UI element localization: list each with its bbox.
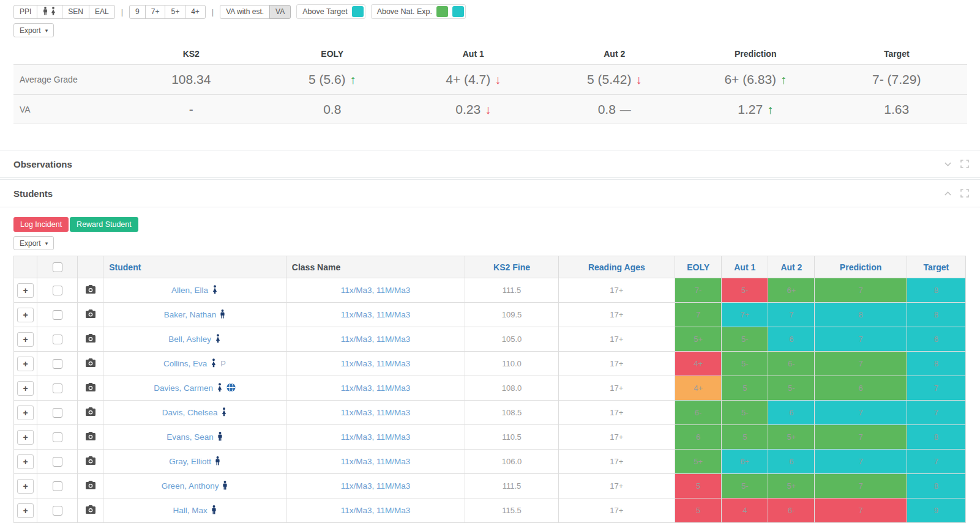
camera-icon[interactable] [86,358,95,367]
select-all-checkbox[interactable] [53,262,62,272]
table-row: +Bell, Ashley11x/Ma3, 11M/Ma3105.017+5+5… [14,327,966,352]
chevron-up-icon[interactable] [943,189,952,198]
class-name-link[interactable]: 11x/Ma3, 11M/Ma3 [341,335,411,344]
student-name-wrap: Allen, Ella [171,285,218,296]
column-header-aut1[interactable]: Aut 1 [722,256,768,278]
row-checkbox[interactable] [53,383,62,393]
class-name-link[interactable]: 11x/Ma3, 11M/Ma3 [341,506,411,515]
class-name-link[interactable]: 11x/Ma3, 11M/Ma3 [341,383,411,393]
grade-filter-9-button[interactable]: 9 [129,5,146,19]
row-checkbox[interactable] [53,408,62,418]
class-name-link[interactable]: 11x/Ma3, 11M/Ma3 [341,457,411,466]
grade-cell: 7 [815,425,907,450]
table-row: +Evans, Sean11x/Ma3, 11M/Ma3110.517+655+… [14,425,966,450]
camera-icon[interactable] [86,407,95,416]
column-header-student[interactable]: Student [103,256,286,278]
camera-icon[interactable] [86,285,95,294]
student-name-link[interactable]: Green, Anthony [162,481,219,491]
male-icon [220,309,225,320]
eal-filter-button[interactable]: EAL [89,5,115,19]
log-incident-button[interactable]: Log Incident [13,217,69,232]
expand-row-button[interactable]: + [17,357,34,371]
summary-header-aut2: Aut 2 [544,49,686,59]
row-checkbox[interactable] [53,310,62,320]
grade-cell: 6 [675,425,722,450]
va-toggle-group: VA with est. VA [220,5,291,19]
column-header-prediction[interactable]: Prediction [815,256,907,278]
student-name-link[interactable]: Bell, Ashley [168,335,211,344]
gender-filter-button[interactable] [37,5,62,19]
student-name-link[interactable]: Collins, Eva [163,359,207,368]
expand-row-button[interactable]: + [17,503,34,518]
expand-row-button[interactable]: + [17,430,34,445]
expand-row-button[interactable]: + [17,381,34,396]
camera-icon[interactable] [86,309,95,318]
grade-filter-5plus-button[interactable]: 5+ [165,5,185,19]
class-name-link[interactable]: 11x/Ma3, 11M/Ma3 [341,359,411,368]
expander-cell: + [14,498,37,523]
grade-cell: 5 [675,498,722,523]
column-header-target[interactable]: Target [907,256,965,278]
photo-cell [78,498,103,523]
camera-icon[interactable] [86,456,95,465]
student-name-link[interactable]: Davis, Chelsea [162,408,218,417]
column-header-ks2-fine[interactable]: KS2 Fine [465,256,558,278]
column-header-class-name[interactable]: Class Name [286,256,465,278]
summary-export-button[interactable]: Export▾ [13,23,54,37]
class-name-link[interactable]: 11x/Ma3, 11M/Ma3 [341,286,411,295]
observations-title: Observations [13,159,72,169]
row-checkbox[interactable] [53,335,62,344]
camera-icon[interactable] [86,481,95,489]
class-name-link[interactable]: 11x/Ma3, 11M/Ma3 [341,481,411,491]
camera-icon[interactable] [86,505,95,514]
expand-icon[interactable] [960,189,969,198]
expand-row-button[interactable]: + [17,454,34,469]
camera-icon[interactable] [86,383,95,391]
checkbox-cell [37,327,78,352]
expander-cell: + [14,401,37,425]
row-checkbox[interactable] [53,481,62,491]
student-name-link[interactable]: Hall, Max [173,506,207,515]
camera-icon[interactable] [86,432,95,440]
expand-row-button[interactable]: + [17,308,34,322]
grade-filter-4plus-button[interactable]: 4+ [185,5,206,19]
ks2-fine-cell: 115.5 [465,498,558,523]
expand-row-button[interactable]: + [17,332,34,347]
student-name-link[interactable]: Davies, Carmen [154,383,213,393]
student-name-link[interactable]: Allen, Ella [171,286,208,295]
column-header-reading-ages[interactable]: Reading Ages [558,256,675,278]
summary-value: 6+ (6.83) [724,72,776,87]
students-export-button[interactable]: Export▾ [13,236,54,250]
va-with-est-button[interactable]: VA with est. [220,5,270,19]
student-name-link[interactable]: Baker, Nathan [164,310,217,319]
sen-filter-button[interactable]: SEN [62,5,89,19]
expander-cell: + [14,278,37,303]
row-checkbox[interactable] [53,359,62,369]
chevron-down-icon[interactable] [943,160,952,169]
class-name-link[interactable]: 11x/Ma3, 11M/Ma3 [341,310,411,319]
grade-filter-7plus-button[interactable]: 7+ [145,5,166,19]
summary-value-cell: 4+ (4.7)↓ [403,72,544,87]
expand-row-button[interactable]: + [17,479,34,494]
va-button[interactable]: VA [269,5,291,19]
student-cell: Allen, Ella [103,278,286,303]
column-header-aut2[interactable]: Aut 2 [768,256,815,278]
expand-row-button[interactable]: + [17,283,34,298]
student-name-link[interactable]: Gray, Elliott [169,457,211,466]
row-checkbox[interactable] [53,506,62,516]
expand-icon[interactable] [960,160,969,168]
reward-student-button[interactable]: Reward Student [70,217,138,232]
expand-row-button[interactable]: + [17,406,34,420]
grade-cell: 6 [907,327,965,352]
camera-icon[interactable] [86,334,95,343]
row-checkbox[interactable] [53,432,62,442]
class-name-link[interactable]: 11x/Ma3, 11M/Ma3 [341,408,411,417]
column-header-eoly[interactable]: EOLY [675,256,722,278]
row-checkbox[interactable] [53,286,62,295]
row-checkbox[interactable] [53,457,62,467]
ks2-fine-cell: 108.5 [465,401,558,425]
student-name-link[interactable]: Evans, Sean [166,432,214,442]
ppi-filter-button[interactable]: PPI [13,5,37,19]
class-name-link[interactable]: 11x/Ma3, 11M/Ma3 [341,432,411,442]
trend-flat-icon: — [620,103,631,116]
